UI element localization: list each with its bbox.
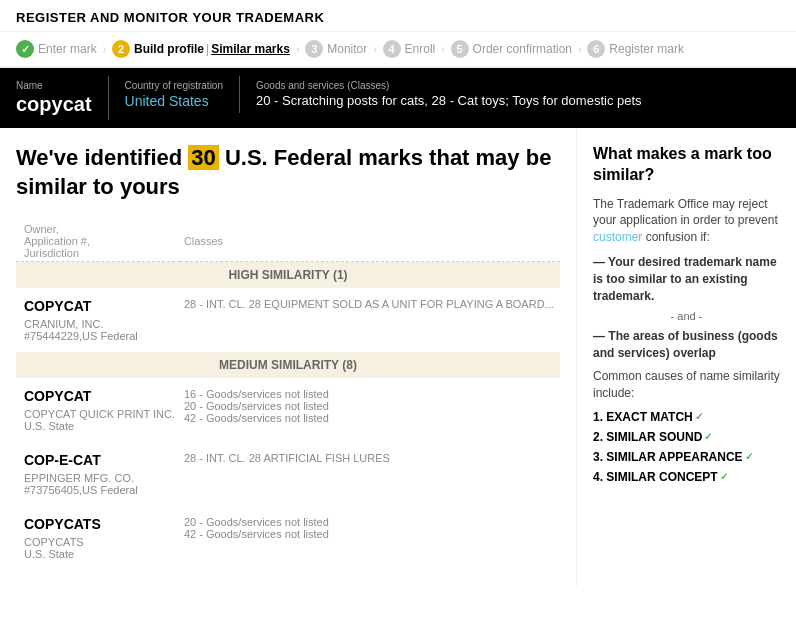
step5-num: 5 — [451, 40, 469, 58]
reason1: — Your desired trademark name is too sim… — [593, 254, 780, 304]
step-build-profile[interactable]: 2 Build profile — [112, 40, 204, 58]
med-mark2-name: COP-E-CAT — [24, 452, 176, 468]
step2b-label: Similar marks — [211, 42, 290, 56]
right-panel-intro: The Trademark Office may reject your app… — [593, 196, 780, 246]
high-similarity-label: HIGH SIMILARITY (1) — [16, 262, 560, 289]
cause-similar-appearance: 3. SIMILAR APPEARANCE✓ — [593, 450, 780, 464]
high-mark-name: COPYCAT — [24, 298, 176, 314]
step-enter-mark[interactable]: ✓ Enter mark — [16, 40, 97, 58]
step3-label: Monitor — [327, 42, 367, 56]
mark-country-label: Country of registration — [125, 80, 223, 91]
high-mark-appnum: #75444229,US Federal — [24, 330, 176, 342]
med-mark3-class1: 20 - Goods/services not listed — [184, 516, 556, 528]
page-title: REGISTER AND MONITOR YOUR TRADEMARK — [16, 10, 780, 25]
med-mark1-class1: 16 - Goods/services not listed — [184, 388, 556, 400]
table-row: COPYCAT CRANIUM, INC. #75444229,US Feder… — [16, 288, 560, 352]
separator1: | — [206, 42, 209, 56]
step-monitor[interactable]: 3 Monitor — [305, 40, 367, 58]
mark-country-value: United States — [125, 93, 223, 109]
med-mark1-class3: 42 - Goods/services not listed — [184, 412, 556, 424]
med-mark2-owner: EPPINGER MFG. CO. — [24, 472, 176, 484]
arrow4: › — [441, 44, 444, 55]
col-owner: Owner, Application #, Jurisdiction — [16, 221, 180, 262]
check3-icon: ✓ — [745, 451, 753, 462]
step5-label: Order confirmation — [473, 42, 572, 56]
med-mark2-appnum: #73756405,US Federal — [24, 484, 176, 496]
cause1-label: 1. EXACT MATCH — [593, 410, 693, 424]
col-classes: Classes — [180, 221, 560, 262]
step-similar-marks[interactable]: Similar marks — [211, 42, 290, 56]
table-row: COPYCATS COPYCATS U.S. State 20 - Goods/… — [16, 506, 560, 570]
mark-name-field: Name copycat — [16, 76, 109, 120]
high-similarity-header: HIGH SIMILARITY (1) — [16, 262, 560, 289]
headline-prefix: We've identified — [16, 145, 188, 170]
table-row: COPYCAT COPYCAT QUICK PRINT INC. U.S. St… — [16, 378, 560, 442]
high-mark-owner: CRANIUM, INC. — [24, 318, 176, 330]
step2-num: 2 — [112, 40, 130, 58]
mark-goods-field: Goods and services (Classes) 20 - Scratc… — [256, 76, 658, 112]
medium-similarity-label: MEDIUM SIMILARITY (8) — [16, 352, 560, 378]
step4-num: 4 — [383, 40, 401, 58]
arrow5: › — [578, 44, 581, 55]
results-table: Owner, Application #, Jurisdiction Class… — [16, 221, 560, 570]
med-mark3-class2: 42 - Goods/services not listed — [184, 528, 556, 540]
and-divider: - and - — [593, 310, 780, 322]
arrow1: › — [103, 44, 106, 55]
med-mark2-class1: 28 - INT. CL. 28 ARTIFICIAL FISH LURES — [184, 452, 556, 464]
step6-label: Register mark — [609, 42, 684, 56]
reason2: — The areas of business (goods and servi… — [593, 328, 780, 362]
step1-num: ✓ — [16, 40, 34, 58]
cause-exact-match: 1. EXACT MATCH✓ — [593, 410, 780, 424]
arrow2: › — [296, 44, 299, 55]
step6-num: 6 — [587, 40, 605, 58]
page-header: REGISTER AND MONITOR YOUR TRADEMARK — [0, 0, 796, 32]
med-mark3-name: COPYCATS — [24, 516, 176, 532]
check1-icon: ✓ — [695, 411, 703, 422]
mark-goods-label: Goods and services (Classes) — [256, 80, 642, 91]
cause3-label: 3. SIMILAR APPEARANCE — [593, 450, 743, 464]
step-enroll[interactable]: 4 Enroll — [383, 40, 436, 58]
headline-count: 30 — [188, 145, 218, 170]
check4-icon: ✓ — [720, 471, 728, 482]
arrow3: › — [373, 44, 376, 55]
mark-name-value: copycat — [16, 93, 92, 116]
headline: We've identified 30 U.S. Federal marks t… — [16, 144, 560, 201]
med-mark1-name: COPYCAT — [24, 388, 176, 404]
med-mark3-owner: COPYCATS — [24, 536, 176, 548]
progress-bar: ✓ Enter mark › 2 Build profile | Similar… — [0, 32, 796, 68]
step-order-confirmation[interactable]: 5 Order confirmation — [451, 40, 572, 58]
cause-similar-concept: 4. SIMILAR CONCEPT✓ — [593, 470, 780, 484]
med-mark3-jurisdiction: U.S. State — [24, 548, 176, 560]
mark-goods-value: 20 - Scratching posts for cats, 28 - Cat… — [256, 93, 642, 108]
mark-country-field: Country of registration United States — [125, 76, 240, 113]
main-content: We've identified 30 U.S. Federal marks t… — [0, 128, 796, 586]
step2-label: Build profile — [134, 42, 204, 56]
step4-label: Enroll — [405, 42, 436, 56]
left-panel: We've identified 30 U.S. Federal marks t… — [0, 128, 576, 586]
mark-name-label: Name — [16, 80, 92, 91]
med-mark1-owner: COPYCAT QUICK PRINT INC. — [24, 408, 176, 420]
right-panel-title: What makes a mark too similar? — [593, 144, 780, 186]
med-mark1-class2: 20 - Goods/services not listed — [184, 400, 556, 412]
cause-similar-sound: 2. SIMILAR SOUND✓ — [593, 430, 780, 444]
step-register-mark[interactable]: 6 Register mark — [587, 40, 684, 58]
table-row: COP-E-CAT EPPINGER MFG. CO. #73756405,US… — [16, 442, 560, 506]
step1-label: Enter mark — [38, 42, 97, 56]
cause4-label: 4. SIMILAR CONCEPT — [593, 470, 718, 484]
check2-icon: ✓ — [704, 431, 712, 442]
medium-similarity-header: MEDIUM SIMILARITY (8) — [16, 352, 560, 378]
med-mark1-jurisdiction: U.S. State — [24, 420, 176, 432]
high-mark-class: 28 - INT. CL. 28 EQUIPMENT SOLD AS A UNI… — [184, 298, 556, 310]
common-causes-intro: Common causes of name similarity include… — [593, 368, 780, 402]
cause2-label: 2. SIMILAR SOUND — [593, 430, 702, 444]
step3-num: 3 — [305, 40, 323, 58]
mark-info-bar: Name copycat Country of registration Uni… — [0, 68, 796, 128]
right-panel: What makes a mark too similar? The Trade… — [576, 128, 796, 586]
customer-link[interactable]: customer — [593, 230, 642, 244]
